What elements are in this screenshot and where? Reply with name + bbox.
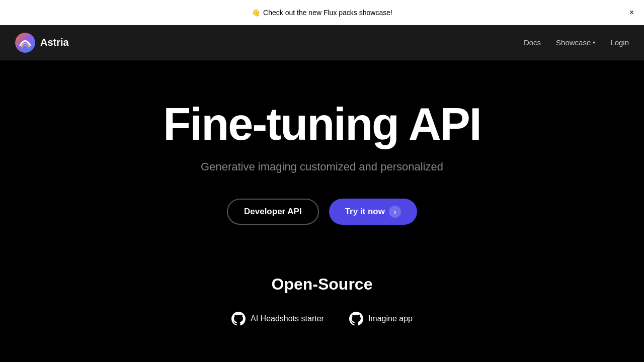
chevron-down-icon: ▾ (593, 40, 595, 45)
brand-logo-link[interactable]: Astria (15, 33, 69, 53)
hero-buttons: Developer API Try it now › (227, 199, 417, 225)
navbar: Astria Docs Showcase ▾ Login (0, 25, 644, 60)
arrow-icon: › (389, 206, 401, 218)
navbar-nav: Docs Showcase ▾ Login (524, 38, 629, 47)
open-source-section: Open-Source AI Headshots starter Imagine… (0, 245, 644, 346)
ai-headshots-link[interactable]: AI Headshots starter (231, 312, 324, 326)
hero-section: Fine-tuning API Generative imaging custo… (0, 60, 644, 245)
github-icon-2 (349, 312, 363, 326)
announcement-emoji: 👋 (252, 9, 260, 17)
hero-title: Fine-tuning API (163, 101, 481, 148)
close-announcement-button[interactable]: × (629, 9, 634, 17)
hero-subtitle: Generative imaging customized and person… (201, 160, 443, 173)
developer-api-button[interactable]: Developer API (227, 199, 319, 225)
showcase-dropdown[interactable]: Showcase ▾ (556, 38, 595, 47)
login-link[interactable]: Login (610, 38, 629, 47)
open-source-links: AI Headshots starter Imagine app (231, 312, 413, 326)
github-icon-1 (231, 312, 246, 326)
showcase-label: Showcase (556, 38, 591, 47)
docs-link[interactable]: Docs (524, 38, 541, 47)
imagine-app-link[interactable]: Imagine app (349, 312, 413, 326)
announcement-banner: 👋 Check out the new Flux packs showcase!… (0, 0, 644, 25)
imagine-app-label: Imagine app (368, 314, 413, 323)
open-source-title: Open-Source (272, 275, 373, 294)
brand-name: Astria (40, 37, 69, 48)
ai-headshots-label: AI Headshots starter (251, 314, 324, 323)
announcement-text: Check out the new Flux packs showcase! (263, 9, 392, 17)
try-it-now-button[interactable]: Try it now › (329, 199, 417, 225)
logo-icon (15, 33, 35, 53)
try-it-now-label: Try it now (345, 207, 385, 217)
